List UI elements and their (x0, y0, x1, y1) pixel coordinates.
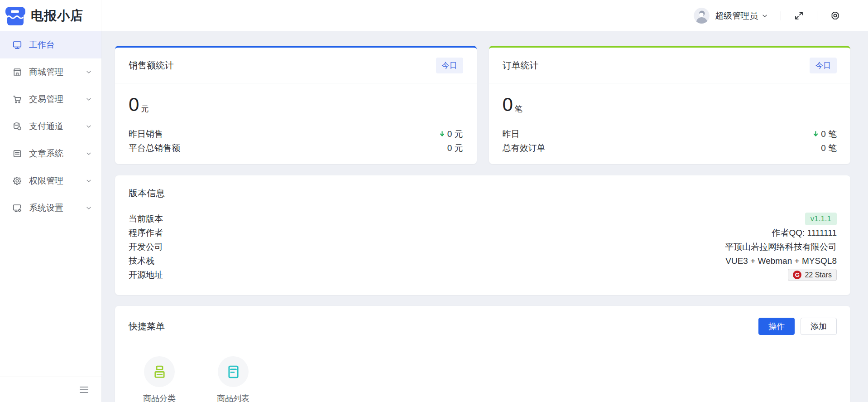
app-logo[interactable]: 电报小店 (0, 0, 101, 31)
username: 超级管理员 (715, 10, 758, 22)
card-header: 订单统计 今日 (489, 48, 851, 83)
trend-down-icon (438, 130, 446, 138)
version-row: 开源地址 G 22 Stars (129, 268, 837, 282)
coins-icon (12, 121, 22, 131)
sidebar-item-payment[interactable]: 支付通道 (0, 113, 101, 140)
stats-row: 销售额统计 今日 0 元 昨日销售 0 元 (115, 46, 850, 164)
fullscreen-icon[interactable] (793, 10, 805, 21)
card-body: 0 元 昨日销售 0 元 平台总销售额 (115, 83, 477, 155)
stat-row: 平台总销售额 0 元 (129, 141, 463, 155)
version-row: 当前版本 v1.1.1 (129, 212, 837, 226)
stat-row-value: 0 笔 (821, 142, 837, 154)
sidebar-item-mall[interactable]: 商城管理 (0, 58, 101, 86)
version-row: 技术栈 VUE3 + Webman + MYSQL8 (129, 254, 837, 268)
top-header: 超级管理员 (101, 0, 868, 31)
stat-row-value: 0 元 (447, 142, 463, 154)
settings-icon[interactable] (830, 10, 841, 21)
quick-menu-buttons: 操作 添加 (758, 318, 837, 335)
header-divider (817, 11, 817, 20)
big-value: 0 元 (129, 95, 463, 114)
trend-down-icon (812, 130, 820, 138)
stat-row: 昨日销售 0 元 (129, 127, 463, 141)
card-title: 订单统计 (503, 59, 539, 72)
article-icon (12, 149, 22, 159)
card-title: 版本信息 (129, 187, 837, 199)
stat-row: 总有效订单 0 笔 (503, 141, 837, 155)
sidebar: 电报小店 工作台 商城管理 (0, 0, 101, 402)
card-header: 销售额统计 今日 (115, 48, 477, 83)
sales-stats-card: 销售额统计 今日 0 元 昨日销售 0 元 (115, 46, 477, 164)
shortcut-product-category[interactable]: 商品分类 (129, 356, 190, 402)
stat-row: 昨日 0 笔 (503, 127, 837, 141)
value-unit: 笔 (515, 105, 523, 113)
cart-icon (12, 94, 22, 104)
avatar (694, 8, 710, 24)
today-badge[interactable]: 今日 (810, 58, 837, 73)
big-value: 0 笔 (503, 95, 837, 114)
chevron-down-icon (85, 96, 92, 103)
app-title: 电报小店 (31, 7, 83, 24)
add-button[interactable]: 添加 (801, 318, 837, 335)
list-icon (218, 356, 249, 387)
stat-rows: 昨日 0 笔 总有效订单 0 笔 (503, 127, 837, 155)
shortcut-label: 商品分类 (143, 393, 176, 402)
shortcuts-row: 商品分类 商品列表 (129, 356, 837, 402)
sidebar-item-system[interactable]: 系统设置 (0, 194, 101, 222)
sidebar-item-label: 文章系统 (29, 148, 63, 160)
version-info-card: 版本信息 当前版本 v1.1.1 程序作者 作者QQ: 1111111 开发公司… (115, 175, 850, 295)
gear-icon (12, 176, 22, 186)
sidebar-footer (0, 377, 101, 402)
version-row: 程序作者 作者QQ: 1111111 (129, 226, 837, 240)
card-title: 销售额统计 (129, 59, 174, 72)
gitee-stars-badge[interactable]: G 22 Stars (788, 269, 837, 281)
shop-logo-icon (5, 5, 26, 26)
stat-row-label: 昨日销售 (129, 128, 163, 140)
quick-menu-header: 快捷菜单 操作 添加 (129, 318, 837, 335)
chevron-down-icon (85, 177, 92, 184)
monitor-icon (12, 40, 22, 50)
sidebar-item-label: 支付通道 (29, 121, 63, 132)
sidebar-item-label: 商城管理 (29, 66, 63, 78)
stat-row-value: 0 笔 (812, 128, 837, 140)
quick-menu-card: 快捷菜单 操作 添加 商品分类 (115, 306, 850, 402)
sidebar-item-workbench[interactable]: 工作台 (0, 31, 101, 58)
stat-row-label: 平台总销售额 (129, 142, 180, 154)
chevron-down-icon (85, 68, 92, 76)
category-icon (144, 356, 175, 387)
shortcut-label: 商品列表 (217, 393, 249, 402)
sidebar-item-trade[interactable]: 交易管理 (0, 86, 101, 113)
chevron-down-icon (85, 204, 92, 212)
main-content: 销售额统计 今日 0 元 昨日销售 0 元 (101, 31, 868, 402)
chevron-down-icon (761, 12, 768, 19)
chevron-down-icon (85, 123, 92, 130)
user-menu[interactable]: 超级管理员 (694, 8, 768, 24)
gitee-icon: G (793, 271, 801, 279)
shortcut-product-list[interactable]: 商品列表 (202, 356, 264, 402)
chevron-down-icon (85, 150, 92, 157)
stat-rows: 昨日销售 0 元 平台总销售额 0 元 (129, 127, 463, 155)
stat-row-label: 总有效订单 (503, 142, 546, 154)
orders-stats-card: 订单统计 今日 0 笔 昨日 0 笔 (489, 46, 851, 164)
today-badge[interactable]: 今日 (436, 58, 463, 73)
sidebar-nav: 工作台 商城管理 交易管理 (0, 31, 101, 222)
store-icon (12, 67, 22, 77)
version-badge: v1.1.1 (805, 213, 837, 225)
card-body: 0 笔 昨日 0 笔 总有效订单 (489, 83, 851, 155)
stat-row-value: 0 元 (438, 128, 463, 140)
version-row: 开发公司 平顶山若拉网络科技有限公司 (129, 240, 837, 254)
sidebar-item-label: 系统设置 (29, 202, 63, 214)
operate-button[interactable]: 操作 (758, 318, 795, 335)
collapse-sidebar-icon[interactable] (78, 385, 90, 395)
stat-row-label: 昨日 (503, 128, 520, 140)
sidebar-item-permissions[interactable]: 权限管理 (0, 167, 101, 194)
card-title: 快捷菜单 (129, 320, 165, 333)
value-unit: 元 (141, 105, 149, 113)
system-settings-icon (12, 203, 22, 213)
stars-count: 22 Stars (805, 271, 832, 279)
sidebar-item-label: 交易管理 (29, 93, 63, 105)
header-divider (781, 11, 781, 20)
sidebar-item-articles[interactable]: 文章系统 (0, 140, 101, 167)
sidebar-item-label: 权限管理 (29, 175, 63, 187)
sidebar-item-label: 工作台 (29, 39, 55, 51)
